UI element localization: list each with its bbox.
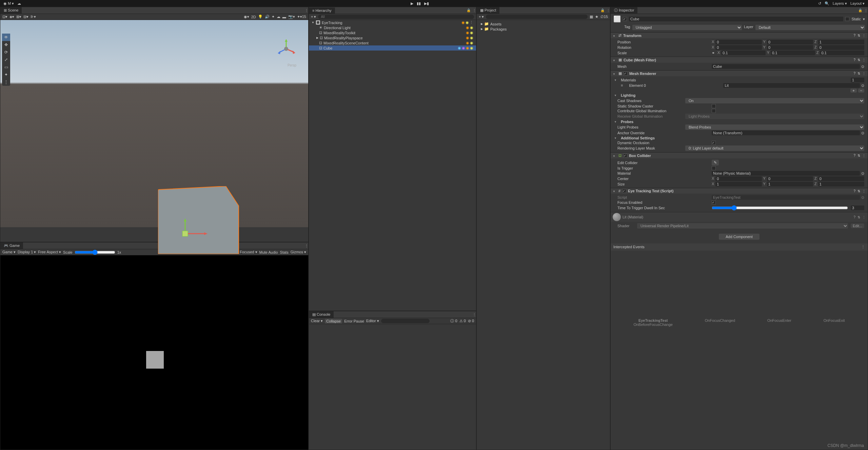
game-viewport[interactable]: [0, 255, 308, 450]
help-icon[interactable]: ?: [853, 34, 855, 37]
edit-shader-button[interactable]: Edit...: [851, 223, 864, 228]
info-count[interactable]: ⓘ 0: [450, 318, 457, 324]
hidden-icon[interactable]: ∅15: [600, 15, 608, 19]
render-mask-dropdown[interactable]: 0: Light Layer default: [685, 145, 864, 151]
display-dropdown[interactable]: Display 1 ▾: [18, 250, 36, 254]
pos-z[interactable]: [818, 40, 864, 44]
layer-dropdown[interactable]: Default: [755, 25, 865, 30]
snap-icon[interactable]: ⊟▾: [23, 15, 28, 19]
stats-toggle[interactable]: Stats: [280, 250, 289, 254]
menu-icon[interactable]: ⋮: [862, 34, 866, 37]
dwell-field[interactable]: [851, 206, 864, 210]
anchor-field[interactable]: [712, 131, 860, 135]
draw-mode-icon[interactable]: ◉▾: [244, 15, 249, 19]
hierarchy-search[interactable]: [318, 15, 474, 19]
panel-menu-icon[interactable]: ⋮: [864, 8, 868, 12]
hierarchy-item[interactable]: ▶ ⊡ MixedRealityPlayspace ◉◉: [309, 35, 476, 40]
object-picker-icon[interactable]: ⊙: [861, 64, 864, 69]
tool-handle-icon[interactable]: ⊡▾: [2, 15, 7, 19]
rot-y[interactable]: [767, 45, 813, 50]
is-trigger-checkbox[interactable]: [712, 166, 716, 170]
packages-folder[interactable]: ▶ 📁 Packages: [478, 26, 609, 32]
undo-history-icon[interactable]: ↺: [818, 1, 821, 6]
pos-y[interactable]: [767, 40, 813, 44]
script-enabled[interactable]: [622, 189, 626, 193]
lock-icon[interactable]: 🔒: [600, 8, 605, 12]
console-search[interactable]: [381, 319, 430, 323]
col-material-field[interactable]: [712, 171, 860, 176]
layout-dropdown[interactable]: Layout ▾: [850, 1, 865, 6]
hierarchy-item[interactable]: ⊡ MixedRealityToolkit ◉◉: [309, 30, 476, 35]
object-picker-icon[interactable]: ⊙: [861, 83, 864, 88]
size-z[interactable]: [818, 182, 864, 187]
eyetracking-header[interactable]: # Eye Tracking Test (Script) ?⇅⋮: [611, 188, 868, 194]
increment-icon[interactable]: ⊪▾: [31, 15, 36, 19]
center-z[interactable]: [818, 176, 864, 181]
rot-x[interactable]: [715, 45, 762, 50]
cloud-icon[interactable]: ☁: [17, 1, 21, 6]
object-picker-icon[interactable]: ⊙: [861, 131, 864, 135]
center-x[interactable]: [715, 176, 762, 181]
pivot-icon[interactable]: ◈▾: [9, 15, 14, 19]
pause-button[interactable]: ▮▮: [417, 1, 421, 6]
mute-audio-toggle[interactable]: Mute Audio: [259, 250, 278, 254]
create-dropdown[interactable]: + ▾: [311, 15, 316, 19]
meshrenderer-header[interactable]: ▦ Mesh Renderer ?⇅⋮: [611, 70, 868, 76]
hidden-icon[interactable]: ☁: [277, 15, 280, 19]
gizmos-dropdown[interactable]: Gizmos ▾: [291, 250, 306, 254]
collapse-button[interactable]: Collapse: [325, 319, 342, 324]
element0-field[interactable]: [723, 83, 860, 88]
user-icon[interactable]: ◉ M ▾: [3, 1, 14, 6]
play-button[interactable]: ▶: [411, 1, 413, 6]
editor-dropdown[interactable]: Editor ▾: [366, 319, 379, 323]
collider-enabled[interactable]: [623, 154, 627, 158]
error-pause-button[interactable]: Error Pause: [344, 319, 364, 323]
preset-icon[interactable]: ⇅: [857, 34, 860, 37]
intercepted-events-header[interactable]: Intercepted Events ⋮: [611, 243, 868, 251]
scene-viewport[interactable]: 👁 ✥ ⟳ ⤢ ▭ ✦ ⋮ Persp: [0, 20, 308, 227]
edit-collider-button[interactable]: ✎: [712, 160, 719, 165]
hierarchy-item[interactable]: ⊡ MixedRealitySceneContent ◉◉: [309, 40, 476, 45]
dwell-slider[interactable]: [712, 205, 848, 211]
static-checkbox[interactable]: [845, 17, 849, 21]
favorites-icon[interactable]: ★: [595, 15, 598, 19]
warn-count[interactable]: ⚠ 0: [459, 319, 466, 323]
clear-button[interactable]: Clear ▾: [311, 319, 323, 323]
dyn-occ-checkbox[interactable]: [712, 141, 716, 145]
light-probes-dropdown[interactable]: Blend Probes: [685, 124, 864, 130]
scale-z[interactable]: [820, 51, 864, 55]
scale-tool[interactable]: ⤢: [2, 56, 10, 63]
create-dropdown[interactable]: + ▾: [479, 15, 484, 19]
add-material[interactable]: +: [850, 89, 856, 93]
view-tool[interactable]: 👁: [2, 34, 10, 41]
remove-material[interactable]: −: [858, 89, 864, 93]
tag-dropdown[interactable]: Untagged: [632, 25, 742, 30]
project-tab[interactable]: ▦ Project: [477, 7, 499, 14]
fx-icon[interactable]: ✦: [272, 15, 275, 19]
transform-header[interactable]: ⇄ Transform ?⇅⋮: [611, 32, 868, 38]
scene-tab[interactable]: ⊞ Scene: [0, 7, 22, 14]
focus-enabled-checkbox[interactable]: [712, 200, 716, 204]
rect-tool[interactable]: ▭: [2, 63, 10, 71]
console-tab[interactable]: ▤ Console: [309, 311, 334, 318]
audio-icon[interactable]: 🔊: [265, 15, 270, 19]
filter-icon[interactable]: ▦: [590, 15, 593, 19]
material-header[interactable]: Lit (Material) ?⇅⋮: [611, 212, 868, 222]
link-icon[interactable]: ⚭: [712, 51, 715, 55]
boxcollider-header[interactable]: ⊡ Box Collider ?⇅⋮: [611, 152, 868, 158]
object-picker-icon[interactable]: ⊙: [861, 171, 864, 176]
panel-menu-icon[interactable]: ⋮: [305, 8, 308, 12]
scene-root[interactable]: ▼ 🔳 EyeTracking ◉◉⋮: [309, 20, 476, 25]
contribute-gi-checkbox[interactable]: [712, 109, 716, 113]
search-icon[interactable]: 🔍: [825, 1, 829, 6]
hierarchy-item[interactable]: ⊡ Cube ◉◉◉◉: [309, 45, 476, 51]
assets-folder[interactable]: ▶ 📁 Assets: [478, 21, 609, 26]
scale-slider[interactable]: [75, 250, 115, 255]
aspect-dropdown[interactable]: Free Aspect ▾: [38, 250, 61, 254]
2d-toggle[interactable]: 2D: [251, 15, 256, 19]
static-caster-checkbox[interactable]: [712, 104, 716, 108]
orientation-gizmo[interactable]: [274, 37, 298, 61]
layers-icon[interactable]: ▬: [282, 15, 286, 19]
layers-dropdown[interactable]: Layers ▾: [833, 1, 847, 6]
lighting-icon[interactable]: 💡: [258, 15, 263, 19]
